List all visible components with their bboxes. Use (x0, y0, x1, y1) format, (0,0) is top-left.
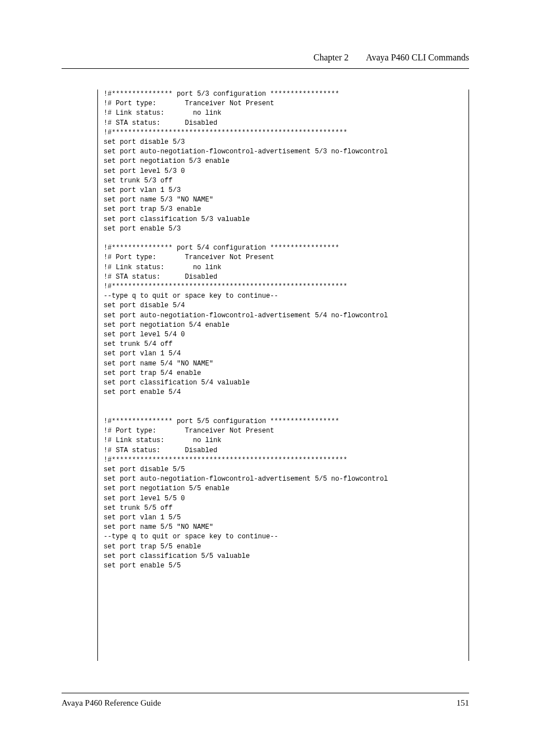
footer-rule (62, 693, 469, 693)
page: Chapter 2 Avaya P460 CLI Commands !#****… (0, 0, 534, 756)
header-rule (62, 68, 469, 69)
page-header: Chapter 2 Avaya P460 CLI Commands (313, 53, 469, 63)
code-block-container: !#*************** port 5/3 configuration… (97, 90, 469, 661)
cli-output: !#*************** port 5/3 configuration… (104, 90, 465, 571)
chapter-title: Avaya P460 CLI Commands (366, 53, 469, 62)
page-number: 151 (457, 698, 470, 708)
chapter-label: Chapter 2 (313, 53, 349, 63)
footer-guide-title: Avaya P460 Reference Guide (62, 698, 161, 708)
